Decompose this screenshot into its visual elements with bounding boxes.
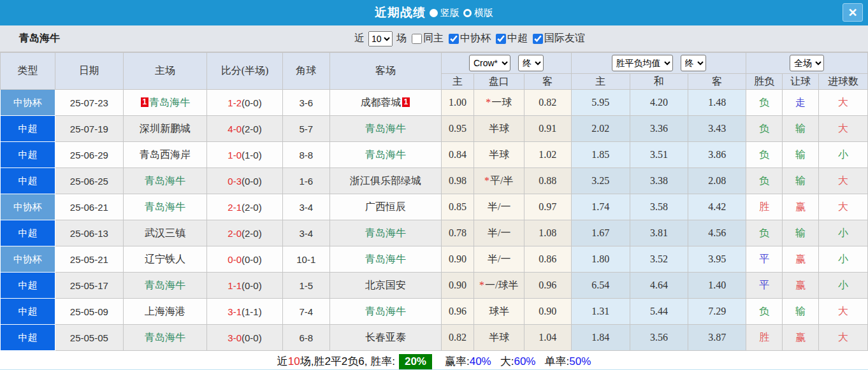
- score-cell: 0-3(0-0): [207, 168, 283, 194]
- odds-time-select[interactable]: 终: [518, 55, 544, 71]
- corners-cell: 6-8: [282, 325, 329, 351]
- home-team-name: 青岛海牛: [145, 332, 185, 343]
- away-team-cell: 青岛海牛: [329, 246, 441, 273]
- single-label: 单率:: [544, 355, 569, 367]
- result-goals: 小: [818, 220, 867, 246]
- titlebar: 近期战绩 竖版 横版 ✕: [0, 0, 868, 25]
- avg-draw-odds: 3.58: [630, 194, 688, 220]
- match-date: 25-07-23: [55, 90, 123, 116]
- view-option-vertical[interactable]: 竖版: [430, 7, 459, 19]
- avg-away-odds: 1.40: [688, 273, 746, 299]
- same-home-checkbox[interactable]: [412, 34, 422, 44]
- home-team-cell: 青岛海牛: [123, 325, 207, 351]
- avg-home-odds: 1.85: [571, 142, 630, 168]
- view-vertical-label[interactable]: 竖版: [440, 7, 459, 19]
- subcol-result-handicap: 让球: [783, 74, 819, 90]
- avg-home-odds: 1.84: [571, 325, 630, 351]
- fulltime-score: 2-1: [228, 202, 242, 213]
- handicap-select-cell: Crow* 终: [442, 53, 572, 74]
- home-team-name: 青岛海牛: [145, 175, 185, 186]
- handicap-line-cell: *一/球半: [474, 273, 524, 299]
- avg-home-odds: 1.74: [571, 194, 630, 220]
- over-label: 大:: [500, 355, 514, 367]
- home-team-cell: 深圳新鹏城: [123, 116, 207, 142]
- halftime-score: (2-0): [242, 228, 262, 239]
- handicap-home-odds: 1.00: [442, 90, 474, 116]
- page-title: 近期战绩: [375, 4, 426, 21]
- avg-home-odds: 6.54: [571, 273, 630, 299]
- col-type: 类型: [1, 53, 55, 90]
- match-type: 中超: [1, 168, 55, 194]
- handicap-line-cell: 球半: [474, 299, 524, 325]
- games-label: 场: [396, 32, 407, 45]
- home-team-cell: 1青岛海牛: [123, 90, 207, 116]
- result-wdl: 负: [746, 142, 783, 168]
- handicap-star: *: [479, 280, 484, 290]
- odds-company-select[interactable]: Crow*: [469, 55, 510, 71]
- league-filter-2[interactable]: 国际友谊: [528, 32, 585, 45]
- scope-select[interactable]: 全场: [790, 55, 824, 71]
- avg-draw-odds: 3.52: [630, 246, 688, 273]
- result-wdl: 负: [746, 116, 783, 142]
- same-home-filter[interactable]: 同主: [407, 32, 444, 45]
- avg-home-odds: 3.25: [571, 168, 630, 194]
- away-team-name: 青岛海牛: [365, 227, 406, 238]
- filter-controls: 近 10 场 同主 中协杯中超国际友谊: [354, 31, 585, 46]
- avg-type-select[interactable]: 胜平负均值: [612, 55, 673, 71]
- radio-unselected-icon[interactable]: [463, 9, 472, 17]
- col-score: 比分(半场): [207, 53, 283, 90]
- col-away: 客场: [329, 53, 441, 90]
- corners-cell: 8-8: [282, 142, 329, 168]
- home-team-name: 青岛海牛: [145, 280, 185, 290]
- result-handicap: 输: [783, 299, 819, 325]
- col-date: 日期: [55, 53, 123, 90]
- col-home: 主场: [123, 53, 207, 90]
- away-team-name: 广西恒辰: [365, 201, 406, 212]
- handicap-away-odds: 0.86: [524, 246, 571, 273]
- match-row: 中超 25-05-17 青岛海牛 1-1(0-0) 1-5 北京国安 0.90 …: [1, 273, 868, 299]
- handicap-line: 一球: [491, 97, 512, 108]
- subcol-handicap-home: 主: [442, 74, 474, 90]
- match-date: 25-07-19: [55, 116, 123, 142]
- subcol-handicap-line: 盘口: [474, 74, 524, 90]
- league-filter-1[interactable]: 中超: [491, 32, 528, 45]
- filter-bar: 青岛海牛 近 10 场 同主 中协杯中超国际友谊: [0, 25, 868, 52]
- handicap-win-value: 40%: [470, 355, 491, 367]
- radio-selected-icon[interactable]: [430, 9, 438, 17]
- handicap-star: *: [484, 175, 489, 186]
- score-cell: 1-0(1-0): [207, 142, 283, 168]
- avg-home-odds: 1.67: [571, 220, 630, 246]
- league-label-2: 国际友谊: [544, 32, 585, 45]
- avg-time-select[interactable]: 终: [681, 55, 706, 71]
- result-goals: 小: [818, 273, 867, 299]
- result-wdl: 平: [746, 273, 783, 299]
- score-cell: 1-1(0-0): [207, 273, 283, 299]
- away-team-name: 北京国安: [365, 280, 406, 290]
- halftime-score: (2-0): [242, 124, 262, 134]
- view-horizontal-label[interactable]: 横版: [474, 7, 493, 19]
- result-handicap: 赢: [783, 325, 819, 351]
- league-checkbox-2[interactable]: [533, 34, 543, 44]
- scope-select-cell: 全场: [746, 53, 868, 74]
- close-button[interactable]: ✕: [843, 3, 863, 22]
- score-cell: 3-1(1-1): [207, 299, 283, 325]
- win-rate-badge: 20%: [399, 354, 432, 369]
- league-checkbox-1[interactable]: [496, 34, 506, 44]
- halftime-score: (2-0): [242, 202, 262, 213]
- league-filter-0[interactable]: 中协杯: [444, 32, 491, 45]
- handicap-line-cell: 半/一: [474, 246, 524, 273]
- fulltime-score: 3-1: [228, 306, 242, 317]
- score-cell: 2-1(2-0): [207, 194, 283, 220]
- match-count-select[interactable]: 10: [368, 31, 393, 46]
- result-handicap: 赢: [783, 273, 819, 299]
- match-type: 中超: [1, 273, 55, 299]
- away-team-name: 青岛海牛: [365, 123, 406, 134]
- league-label-1: 中超: [507, 32, 528, 45]
- view-option-horizontal[interactable]: 横版: [463, 7, 493, 19]
- league-checkbox-0[interactable]: [449, 34, 459, 44]
- handicap-home-odds: 0.96: [442, 299, 474, 325]
- handicap-line: 球半: [489, 306, 509, 317]
- handicap-line-cell: *平/半: [474, 168, 524, 194]
- subcol-result-goals: 进球数: [818, 74, 867, 90]
- result-goals: 小: [818, 246, 867, 273]
